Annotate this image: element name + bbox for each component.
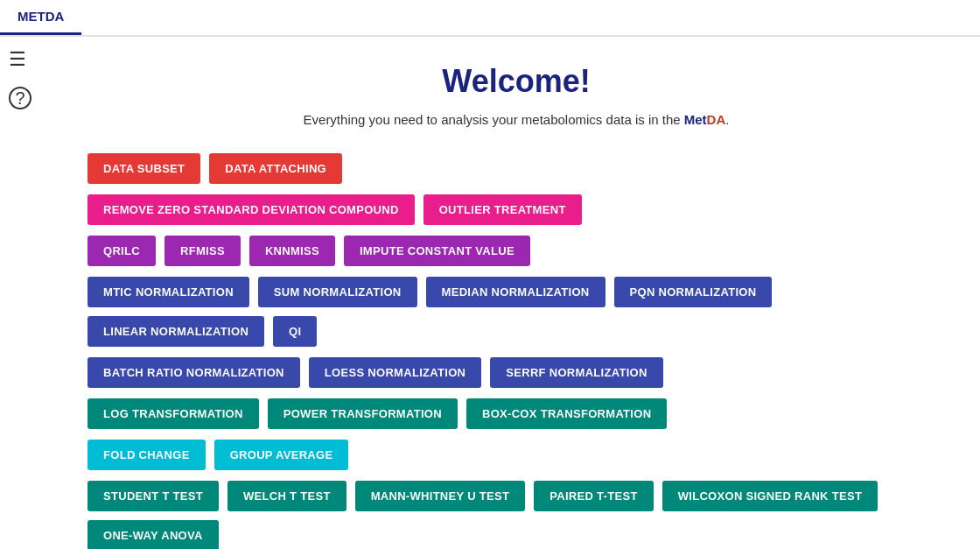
btn-fold-change[interactable]: FOLD CHANGE [88,440,206,470]
btn-batch-ratio-normalization[interactable]: BATCH RATIO NORMALIZATION [88,357,300,388]
btn-group-group3: QRILCRFMISSKNNMISSIMPUTE CONSTANT VALUE [88,236,945,266]
btn-wilcoxon-signed-rank-test[interactable]: WILCOXON SIGNED RANK TEST [662,481,878,511]
btn-median-normalization[interactable]: MEDIAN NORMALIZATION [426,277,606,307]
btn-serrf-normalization[interactable]: SERRF NORMALIZATION [490,357,662,388]
btn-paired-t-test[interactable]: PAIRED T-TEST [534,481,653,511]
welcome-title: Welcome! [88,63,945,100]
btn-impute-constant-value[interactable]: IMPUTE CONSTANT VALUE [344,236,530,266]
btn-loess-normalization[interactable]: LOESS NORMALIZATION [309,357,481,388]
btn-knnmiss[interactable]: KNNMISS [249,236,335,266]
btn-group-group8: STUDENT T TESTWELCH T TESTMANN-WHITNEY U… [88,481,945,549]
subtitle-start: Everything you need to analysis your met… [304,112,684,127]
subtitle-end: . [725,112,729,127]
brand-met: Met [684,112,707,127]
brand-da: DA [707,112,726,127]
btn-welch-t-test[interactable]: WELCH T TEST [228,481,346,511]
btn-group-group6: LOG TRANSFORMATIONPOWER TRANSFORMATIONBO… [88,398,945,429]
btn-group-group4: MTIC NORMALIZATIONSUM NORMALIZATIONMEDIA… [88,277,945,347]
btn-group-group7: FOLD CHANGEGROUP AVERAGE [88,440,945,470]
btn-data-attaching[interactable]: DATA ATTACHING [209,153,342,184]
btn-group-group1: DATA SUBSETDATA ATTACHING [88,153,945,184]
btn-outlier-treatment[interactable]: OUTLIER TREATMENT [424,194,582,225]
btn-power-transformation[interactable]: POWER TRANSFORMATION [268,398,458,429]
btn-rfmiss[interactable]: RFMISS [164,236,241,266]
btn-qi[interactable]: QI [273,316,317,347]
btn-group-group2: REMOVE ZERO STANDARD DEVIATION COMPOUNDO… [88,194,945,225]
btn-group-average[interactable]: GROUP AVERAGE [214,440,349,470]
btn-linear-normalization[interactable]: LINEAR NORMALIZATION [88,316,264,347]
btn-group-group5: BATCH RATIO NORMALIZATIONLOESS NORMALIZA… [88,357,945,388]
btn-log-transformation[interactable]: LOG TRANSFORMATION [88,398,259,429]
main-content: Welcome! Everything you need to analysis… [52,37,980,549]
btn-sum-normalization[interactable]: SUM NORMALIZATION [258,277,417,307]
btn-one-way-anova[interactable]: ONE-WAY ANOVA [88,520,219,549]
button-groups-container: DATA SUBSETDATA ATTACHINGREMOVE ZERO STA… [88,153,945,549]
btn-data-subset[interactable]: DATA SUBSET [88,153,200,184]
btn-qrilc[interactable]: QRILC [88,236,156,266]
help-icon[interactable]: ? [9,87,32,109]
btn-remove-zero-standard-deviation-compound[interactable]: REMOVE ZERO STANDARD DEVIATION COMPOUND [88,194,415,225]
btn-student-t-test[interactable]: STUDENT T TEST [88,481,219,511]
menu-icon[interactable]: ☰ [9,48,32,71]
btn-box-cox-transformation[interactable]: BOX-COX TRANSFORMATION [466,398,667,429]
btn-pqn-normalization[interactable]: PQN NORMALIZATION [614,277,773,307]
btn-mtic-normalization[interactable]: MTIC NORMALIZATION [88,277,249,307]
metda-tab[interactable]: METDA [0,0,81,35]
tab-bar: METDA [0,0,980,37]
sidebar: ☰ ? [9,48,32,109]
welcome-subtitle: Everything you need to analysis your met… [88,112,945,127]
btn-mann-whitney-u-test[interactable]: MANN-WHITNEY U TEST [355,481,526,511]
